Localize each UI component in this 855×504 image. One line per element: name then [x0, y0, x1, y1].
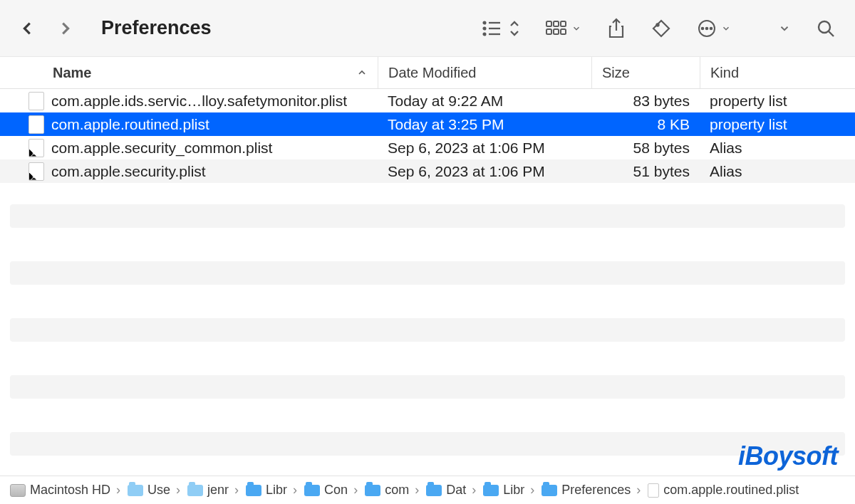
svg-point-0 [484, 21, 486, 23]
nav-arrows [20, 21, 73, 36]
folder-icon [128, 485, 143, 496]
svg-rect-8 [561, 21, 566, 26]
svg-point-2 [484, 27, 486, 29]
column-header-name[interactable]: Name [0, 57, 378, 88]
file-row[interactable]: com.apple.security.plist Sep 6, 2023 at … [0, 159, 855, 183]
folder-icon [426, 485, 442, 496]
alias-icon [28, 162, 44, 181]
svg-rect-10 [554, 29, 559, 34]
svg-point-15 [702, 27, 704, 29]
path-segment[interactable]: jenr› [187, 483, 240, 498]
document-icon [648, 483, 659, 498]
file-icon [28, 115, 44, 134]
svg-point-16 [706, 27, 708, 29]
tag-button[interactable] [651, 19, 671, 38]
view-list-button[interactable] [482, 19, 520, 38]
svg-line-19 [829, 31, 834, 36]
path-segment[interactable]: Macintosh HD› [10, 483, 122, 498]
column-header-size[interactable]: Size [591, 57, 700, 88]
column-header-date[interactable]: Date Modified [378, 57, 591, 88]
path-bar: Macintosh HD› Use› jenr› Libr› Con› com›… [0, 476, 855, 504]
svg-point-4 [484, 33, 486, 35]
group-button[interactable] [546, 20, 581, 37]
drive-icon [10, 484, 26, 497]
toolbar: Preferences [0, 0, 855, 57]
alias-icon [28, 139, 44, 157]
file-list: com.apple.ids.servic…lloy.safetymonitor.… [0, 89, 855, 183]
folder-icon [246, 485, 261, 496]
folder-icon [304, 485, 320, 496]
search-button[interactable] [817, 19, 835, 38]
folder-icon [542, 485, 557, 496]
column-headers: Name Date Modified Size Kind [0, 57, 855, 89]
svg-rect-7 [554, 21, 559, 26]
window-title: Preferences [101, 17, 212, 39]
back-icon[interactable] [20, 21, 36, 36]
svg-point-13 [656, 23, 658, 26]
folder-icon [187, 485, 203, 496]
placeholder-rows [0, 183, 855, 504]
path-segment[interactable]: com.apple.routined.plist [648, 483, 799, 498]
watermark: iBoysoft [738, 441, 838, 471]
sort-ascending-icon [356, 67, 368, 78]
path-segment[interactable]: Libr› [246, 483, 299, 498]
svg-point-17 [710, 27, 712, 29]
path-segment[interactable]: Use› [128, 483, 182, 498]
path-segment[interactable]: Preferences› [542, 483, 642, 498]
svg-rect-9 [546, 29, 551, 34]
more-button[interactable] [697, 19, 731, 38]
svg-rect-6 [546, 21, 551, 26]
path-segment[interactable]: Dat› [426, 483, 477, 498]
file-row[interactable]: com.apple.ids.servic…lloy.safetymonitor.… [0, 89, 855, 112]
path-segment[interactable]: Con› [304, 483, 359, 498]
path-segment[interactable]: Libr› [483, 483, 536, 498]
file-row[interactable]: com.apple.security_common.plist Sep 6, 2… [0, 136, 855, 159]
column-header-kind[interactable]: Kind [700, 57, 855, 88]
svg-rect-11 [561, 29, 566, 34]
dropdown-button[interactable] [778, 22, 791, 35]
file-icon [28, 92, 44, 110]
file-row[interactable]: com.apple.routined.plist Today at 3:25 P… [0, 112, 855, 136]
forward-icon[interactable] [57, 21, 73, 36]
svg-point-18 [819, 21, 830, 33]
path-segment[interactable]: com› [365, 483, 420, 498]
toolbar-actions [482, 18, 835, 39]
folder-icon [365, 485, 380, 496]
share-button[interactable] [607, 18, 626, 39]
folder-icon [483, 485, 499, 496]
